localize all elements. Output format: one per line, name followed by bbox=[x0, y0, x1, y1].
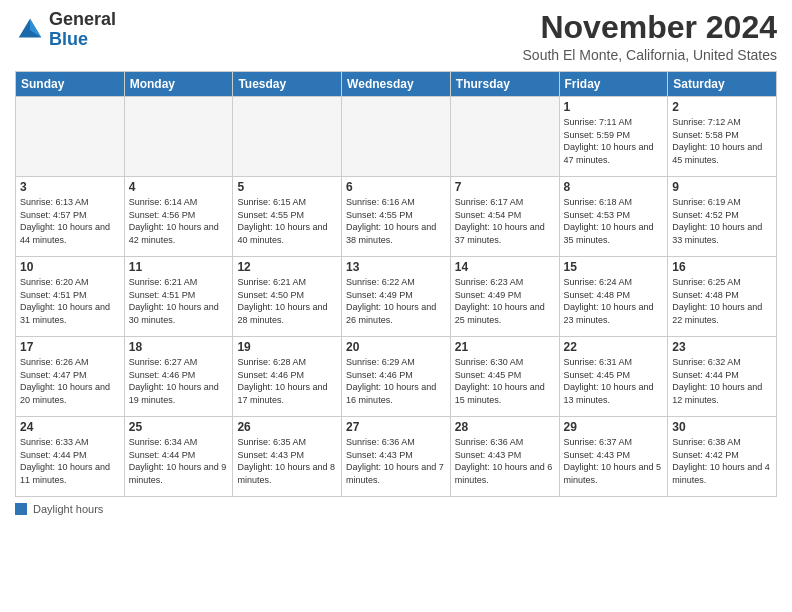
day-number: 26 bbox=[237, 420, 337, 434]
day-number: 20 bbox=[346, 340, 446, 354]
page-container: General Blue November 2024 South El Mont… bbox=[0, 0, 792, 520]
header: General Blue November 2024 South El Mont… bbox=[15, 10, 777, 63]
day-info: Sunrise: 6:32 AM Sunset: 4:44 PM Dayligh… bbox=[672, 356, 772, 406]
day-number: 21 bbox=[455, 340, 555, 354]
day-number: 2 bbox=[672, 100, 772, 114]
day-info: Sunrise: 6:22 AM Sunset: 4:49 PM Dayligh… bbox=[346, 276, 446, 326]
day-number: 19 bbox=[237, 340, 337, 354]
title-block: November 2024 South El Monte, California… bbox=[523, 10, 777, 63]
day-number: 17 bbox=[20, 340, 120, 354]
calendar-header-friday: Friday bbox=[559, 72, 668, 97]
calendar-header-monday: Monday bbox=[124, 72, 233, 97]
day-info: Sunrise: 6:20 AM Sunset: 4:51 PM Dayligh… bbox=[20, 276, 120, 326]
calendar-cell: 20Sunrise: 6:29 AM Sunset: 4:46 PM Dayli… bbox=[342, 337, 451, 417]
calendar-week-3: 10Sunrise: 6:20 AM Sunset: 4:51 PM Dayli… bbox=[16, 257, 777, 337]
day-number: 30 bbox=[672, 420, 772, 434]
calendar-cell: 8Sunrise: 6:18 AM Sunset: 4:53 PM Daylig… bbox=[559, 177, 668, 257]
day-number: 6 bbox=[346, 180, 446, 194]
calendar-cell bbox=[124, 97, 233, 177]
day-info: Sunrise: 6:16 AM Sunset: 4:55 PM Dayligh… bbox=[346, 196, 446, 246]
calendar-cell: 29Sunrise: 6:37 AM Sunset: 4:43 PM Dayli… bbox=[559, 417, 668, 497]
day-number: 25 bbox=[129, 420, 229, 434]
calendar-cell: 3Sunrise: 6:13 AM Sunset: 4:57 PM Daylig… bbox=[16, 177, 125, 257]
day-info: Sunrise: 6:27 AM Sunset: 4:46 PM Dayligh… bbox=[129, 356, 229, 406]
calendar-cell: 19Sunrise: 6:28 AM Sunset: 4:46 PM Dayli… bbox=[233, 337, 342, 417]
calendar-week-5: 24Sunrise: 6:33 AM Sunset: 4:44 PM Dayli… bbox=[16, 417, 777, 497]
calendar-cell: 26Sunrise: 6:35 AM Sunset: 4:43 PM Dayli… bbox=[233, 417, 342, 497]
day-number: 27 bbox=[346, 420, 446, 434]
calendar-cell: 24Sunrise: 6:33 AM Sunset: 4:44 PM Dayli… bbox=[16, 417, 125, 497]
calendar-cell: 27Sunrise: 6:36 AM Sunset: 4:43 PM Dayli… bbox=[342, 417, 451, 497]
calendar-header-row: SundayMondayTuesdayWednesdayThursdayFrid… bbox=[16, 72, 777, 97]
day-info: Sunrise: 6:18 AM Sunset: 4:53 PM Dayligh… bbox=[564, 196, 664, 246]
day-info: Sunrise: 6:37 AM Sunset: 4:43 PM Dayligh… bbox=[564, 436, 664, 486]
day-info: Sunrise: 6:14 AM Sunset: 4:56 PM Dayligh… bbox=[129, 196, 229, 246]
calendar-cell: 12Sunrise: 6:21 AM Sunset: 4:50 PM Dayli… bbox=[233, 257, 342, 337]
day-number: 5 bbox=[237, 180, 337, 194]
day-info: Sunrise: 6:25 AM Sunset: 4:48 PM Dayligh… bbox=[672, 276, 772, 326]
day-number: 10 bbox=[20, 260, 120, 274]
day-info: Sunrise: 6:29 AM Sunset: 4:46 PM Dayligh… bbox=[346, 356, 446, 406]
day-number: 18 bbox=[129, 340, 229, 354]
day-info: Sunrise: 6:34 AM Sunset: 4:44 PM Dayligh… bbox=[129, 436, 229, 486]
day-info: Sunrise: 6:21 AM Sunset: 4:50 PM Dayligh… bbox=[237, 276, 337, 326]
day-number: 13 bbox=[346, 260, 446, 274]
calendar-cell: 17Sunrise: 6:26 AM Sunset: 4:47 PM Dayli… bbox=[16, 337, 125, 417]
calendar-cell bbox=[450, 97, 559, 177]
calendar-cell bbox=[16, 97, 125, 177]
day-number: 15 bbox=[564, 260, 664, 274]
calendar-header-sunday: Sunday bbox=[16, 72, 125, 97]
calendar-cell: 21Sunrise: 6:30 AM Sunset: 4:45 PM Dayli… bbox=[450, 337, 559, 417]
day-number: 3 bbox=[20, 180, 120, 194]
calendar-cell: 11Sunrise: 6:21 AM Sunset: 4:51 PM Dayli… bbox=[124, 257, 233, 337]
day-info: Sunrise: 6:36 AM Sunset: 4:43 PM Dayligh… bbox=[455, 436, 555, 486]
logo-blue: Blue bbox=[49, 29, 88, 49]
calendar-cell: 25Sunrise: 6:34 AM Sunset: 4:44 PM Dayli… bbox=[124, 417, 233, 497]
calendar-cell: 22Sunrise: 6:31 AM Sunset: 4:45 PM Dayli… bbox=[559, 337, 668, 417]
day-number: 12 bbox=[237, 260, 337, 274]
calendar-week-4: 17Sunrise: 6:26 AM Sunset: 4:47 PM Dayli… bbox=[16, 337, 777, 417]
calendar-cell: 7Sunrise: 6:17 AM Sunset: 4:54 PM Daylig… bbox=[450, 177, 559, 257]
day-number: 29 bbox=[564, 420, 664, 434]
calendar-cell: 16Sunrise: 6:25 AM Sunset: 4:48 PM Dayli… bbox=[668, 257, 777, 337]
day-number: 7 bbox=[455, 180, 555, 194]
legend-dot bbox=[15, 503, 27, 515]
day-info: Sunrise: 6:21 AM Sunset: 4:51 PM Dayligh… bbox=[129, 276, 229, 326]
subtitle: South El Monte, California, United State… bbox=[523, 47, 777, 63]
logo: General Blue bbox=[15, 10, 116, 50]
calendar-cell: 28Sunrise: 6:36 AM Sunset: 4:43 PM Dayli… bbox=[450, 417, 559, 497]
calendar-cell: 18Sunrise: 6:27 AM Sunset: 4:46 PM Dayli… bbox=[124, 337, 233, 417]
calendar-cell bbox=[342, 97, 451, 177]
calendar-header-saturday: Saturday bbox=[668, 72, 777, 97]
calendar-cell bbox=[233, 97, 342, 177]
day-info: Sunrise: 6:26 AM Sunset: 4:47 PM Dayligh… bbox=[20, 356, 120, 406]
day-number: 16 bbox=[672, 260, 772, 274]
day-number: 22 bbox=[564, 340, 664, 354]
day-info: Sunrise: 6:28 AM Sunset: 4:46 PM Dayligh… bbox=[237, 356, 337, 406]
day-number: 28 bbox=[455, 420, 555, 434]
day-info: Sunrise: 6:36 AM Sunset: 4:43 PM Dayligh… bbox=[346, 436, 446, 486]
calendar-header-wednesday: Wednesday bbox=[342, 72, 451, 97]
day-info: Sunrise: 6:17 AM Sunset: 4:54 PM Dayligh… bbox=[455, 196, 555, 246]
logo-icon bbox=[15, 15, 45, 45]
day-info: Sunrise: 6:15 AM Sunset: 4:55 PM Dayligh… bbox=[237, 196, 337, 246]
calendar-cell: 6Sunrise: 6:16 AM Sunset: 4:55 PM Daylig… bbox=[342, 177, 451, 257]
month-title: November 2024 bbox=[523, 10, 777, 45]
day-number: 4 bbox=[129, 180, 229, 194]
calendar-cell: 5Sunrise: 6:15 AM Sunset: 4:55 PM Daylig… bbox=[233, 177, 342, 257]
calendar-cell: 10Sunrise: 6:20 AM Sunset: 4:51 PM Dayli… bbox=[16, 257, 125, 337]
calendar-cell: 30Sunrise: 6:38 AM Sunset: 4:42 PM Dayli… bbox=[668, 417, 777, 497]
day-number: 11 bbox=[129, 260, 229, 274]
calendar-cell: 14Sunrise: 6:23 AM Sunset: 4:49 PM Dayli… bbox=[450, 257, 559, 337]
calendar-cell: 13Sunrise: 6:22 AM Sunset: 4:49 PM Dayli… bbox=[342, 257, 451, 337]
calendar-header-thursday: Thursday bbox=[450, 72, 559, 97]
day-number: 1 bbox=[564, 100, 664, 114]
day-number: 8 bbox=[564, 180, 664, 194]
logo-general: General bbox=[49, 9, 116, 29]
day-info: Sunrise: 7:11 AM Sunset: 5:59 PM Dayligh… bbox=[564, 116, 664, 166]
logo-text: General Blue bbox=[49, 10, 116, 50]
legend-text: Daylight hours bbox=[33, 503, 103, 515]
day-info: Sunrise: 6:13 AM Sunset: 4:57 PM Dayligh… bbox=[20, 196, 120, 246]
day-info: Sunrise: 6:31 AM Sunset: 4:45 PM Dayligh… bbox=[564, 356, 664, 406]
day-info: Sunrise: 6:33 AM Sunset: 4:44 PM Dayligh… bbox=[20, 436, 120, 486]
